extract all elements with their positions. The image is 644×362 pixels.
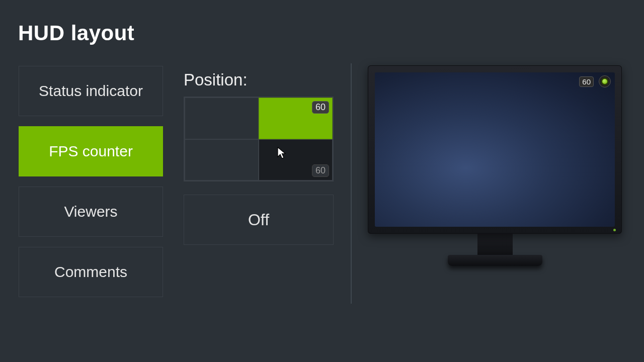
- monitor-neck: [477, 234, 513, 255]
- option-status-indicator[interactable]: Status indicator: [19, 66, 163, 116]
- monitor-base: [448, 255, 542, 266]
- position-top-left[interactable]: [185, 98, 259, 139]
- section-divider: [351, 63, 352, 304]
- monitor-screen: 60: [375, 72, 615, 227]
- page-title: HUD layout: [18, 21, 134, 45]
- option-fps-counter[interactable]: FPS counter: [19, 126, 163, 176]
- position-off-button[interactable]: Off: [184, 195, 334, 245]
- fps-badge-icon: 60: [312, 164, 329, 177]
- hud-option-list: Status indicator FPS counter Viewers Com…: [19, 66, 163, 307]
- status-indicator-icon: [599, 75, 611, 87]
- preview-fps-badge: 60: [579, 76, 594, 87]
- fps-badge-icon: 60: [312, 101, 329, 114]
- option-viewers[interactable]: Viewers: [19, 187, 163, 237]
- position-label: Position:: [184, 70, 335, 89]
- power-led-icon: [613, 229, 616, 231]
- cursor-icon: [277, 147, 286, 160]
- position-panel: Position: 60 60 Off: [184, 70, 335, 245]
- monitor-bezel: 60: [368, 65, 622, 234]
- position-bottom-right[interactable]: 60: [259, 139, 333, 181]
- option-comments[interactable]: Comments: [19, 247, 163, 297]
- position-grid: 60 60: [184, 97, 334, 182]
- preview-monitor: 60: [368, 65, 622, 266]
- position-bottom-left[interactable]: [185, 139, 259, 181]
- position-top-right[interactable]: 60: [259, 98, 333, 139]
- status-indicator-dot-icon: [601, 78, 608, 85]
